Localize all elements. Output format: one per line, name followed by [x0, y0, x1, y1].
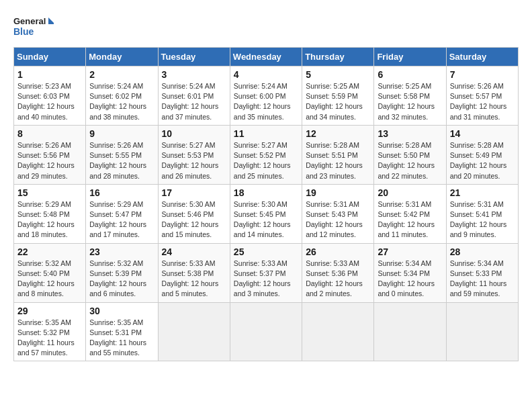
day-info: Sunrise: 5:31 AM Sunset: 5:43 PM Dayligh… — [306, 199, 370, 240]
day-number: 17 — [162, 187, 226, 198]
day-info: Sunrise: 5:35 AM Sunset: 5:32 PM Dayligh… — [17, 318, 82, 359]
calendar-cell: 3Sunrise: 5:24 AM Sunset: 6:01 PM Daylig… — [158, 66, 230, 126]
svg-text:Blue: Blue — [13, 26, 34, 37]
page-header: General Blue — [13, 13, 519, 40]
calendar-cell — [374, 302, 446, 361]
calendar-cell — [446, 302, 518, 361]
day-number: 14 — [450, 128, 515, 139]
day-number: 8 — [17, 128, 82, 139]
calendar-cell: 1Sunrise: 5:23 AM Sunset: 6:03 PM Daylig… — [14, 66, 86, 126]
day-info: Sunrise: 5:27 AM Sunset: 5:52 PM Dayligh… — [234, 140, 298, 181]
calendar-cell: 13Sunrise: 5:28 AM Sunset: 5:50 PM Dayli… — [374, 125, 446, 184]
day-info: Sunrise: 5:32 AM Sunset: 5:40 PM Dayligh… — [17, 259, 82, 300]
calendar-cell: 8Sunrise: 5:26 AM Sunset: 5:56 PM Daylig… — [14, 125, 86, 184]
weekday-header-sunday: Sunday — [14, 48, 86, 66]
calendar-cell: 15Sunrise: 5:29 AM Sunset: 5:48 PM Dayli… — [14, 184, 86, 243]
day-number: 5 — [306, 69, 370, 80]
day-info: Sunrise: 5:35 AM Sunset: 5:31 PM Dayligh… — [89, 318, 154, 359]
day-info: Sunrise: 5:30 AM Sunset: 5:45 PM Dayligh… — [234, 199, 298, 240]
day-number: 9 — [89, 128, 154, 139]
calendar-week-row: 1Sunrise: 5:23 AM Sunset: 6:03 PM Daylig… — [14, 66, 519, 126]
day-number: 21 — [450, 187, 515, 198]
day-number: 28 — [450, 246, 515, 257]
calendar-cell: 12Sunrise: 5:28 AM Sunset: 5:51 PM Dayli… — [302, 125, 374, 184]
day-info: Sunrise: 5:28 AM Sunset: 5:49 PM Dayligh… — [450, 140, 515, 181]
calendar-week-row: 8Sunrise: 5:26 AM Sunset: 5:56 PM Daylig… — [14, 125, 519, 184]
day-info: Sunrise: 5:28 AM Sunset: 5:51 PM Dayligh… — [306, 140, 370, 181]
day-number: 26 — [306, 246, 370, 257]
day-info: Sunrise: 5:23 AM Sunset: 6:03 PM Dayligh… — [17, 81, 82, 122]
logo: General Blue — [13, 13, 54, 40]
day-info: Sunrise: 5:33 AM Sunset: 5:37 PM Dayligh… — [234, 259, 298, 300]
weekday-header-tuesday: Tuesday — [158, 48, 230, 66]
day-number: 24 — [162, 246, 226, 257]
day-info: Sunrise: 5:33 AM Sunset: 5:38 PM Dayligh… — [162, 259, 226, 300]
day-info: Sunrise: 5:34 AM Sunset: 5:33 PM Dayligh… — [450, 259, 515, 300]
day-number: 22 — [17, 246, 82, 257]
day-info: Sunrise: 5:31 AM Sunset: 5:41 PM Dayligh… — [450, 199, 515, 240]
day-number: 25 — [234, 246, 298, 257]
day-number: 23 — [89, 246, 154, 257]
calendar-cell — [158, 302, 230, 361]
weekday-header-thursday: Thursday — [302, 48, 374, 66]
day-info: Sunrise: 5:30 AM Sunset: 5:46 PM Dayligh… — [162, 199, 226, 240]
weekday-header-friday: Friday — [374, 48, 446, 66]
calendar-cell: 30Sunrise: 5:35 AM Sunset: 5:31 PM Dayli… — [86, 302, 158, 361]
day-number: 6 — [378, 69, 442, 80]
calendar-cell: 29Sunrise: 5:35 AM Sunset: 5:32 PM Dayli… — [14, 302, 86, 361]
day-number: 15 — [17, 187, 82, 198]
day-info: Sunrise: 5:34 AM Sunset: 5:34 PM Dayligh… — [378, 259, 442, 300]
day-number: 2 — [89, 69, 154, 80]
day-number: 19 — [306, 187, 370, 198]
day-info: Sunrise: 5:31 AM Sunset: 5:42 PM Dayligh… — [378, 199, 442, 240]
calendar-cell: 9Sunrise: 5:26 AM Sunset: 5:55 PM Daylig… — [86, 125, 158, 184]
day-number: 1 — [17, 69, 82, 80]
day-number: 29 — [17, 306, 82, 316]
day-number: 7 — [450, 69, 515, 80]
weekday-header-row: SundayMondayTuesdayWednesdayThursdayFrid… — [14, 48, 519, 66]
weekday-header-monday: Monday — [86, 48, 158, 66]
calendar-cell: 10Sunrise: 5:27 AM Sunset: 5:53 PM Dayli… — [158, 125, 230, 184]
day-info: Sunrise: 5:27 AM Sunset: 5:53 PM Dayligh… — [162, 140, 226, 181]
calendar-cell: 27Sunrise: 5:34 AM Sunset: 5:34 PM Dayli… — [374, 243, 446, 302]
day-info: Sunrise: 5:24 AM Sunset: 6:00 PM Dayligh… — [234, 81, 298, 122]
day-number: 12 — [306, 128, 370, 139]
calendar-cell: 4Sunrise: 5:24 AM Sunset: 6:00 PM Daylig… — [230, 66, 302, 126]
calendar-cell: 16Sunrise: 5:29 AM Sunset: 5:47 PM Dayli… — [86, 184, 158, 243]
day-info: Sunrise: 5:24 AM Sunset: 6:02 PM Dayligh… — [89, 81, 154, 122]
day-number: 16 — [89, 187, 154, 198]
calendar-cell: 25Sunrise: 5:33 AM Sunset: 5:37 PM Dayli… — [230, 243, 302, 302]
calendar-cell: 18Sunrise: 5:30 AM Sunset: 5:45 PM Dayli… — [230, 184, 302, 243]
calendar-cell: 17Sunrise: 5:30 AM Sunset: 5:46 PM Dayli… — [158, 184, 230, 243]
day-number: 13 — [378, 128, 442, 139]
calendar-cell: 19Sunrise: 5:31 AM Sunset: 5:43 PM Dayli… — [302, 184, 374, 243]
calendar-cell: 11Sunrise: 5:27 AM Sunset: 5:52 PM Dayli… — [230, 125, 302, 184]
calendar-cell: 26Sunrise: 5:33 AM Sunset: 5:36 PM Dayli… — [302, 243, 374, 302]
day-info: Sunrise: 5:29 AM Sunset: 5:48 PM Dayligh… — [17, 199, 82, 240]
day-number: 10 — [162, 128, 226, 139]
day-info: Sunrise: 5:25 AM Sunset: 5:58 PM Dayligh… — [378, 81, 442, 122]
calendar-cell — [302, 302, 374, 361]
day-info: Sunrise: 5:26 AM Sunset: 5:55 PM Dayligh… — [89, 140, 154, 181]
calendar-cell: 24Sunrise: 5:33 AM Sunset: 5:38 PM Dayli… — [158, 243, 230, 302]
calendar-cell: 22Sunrise: 5:32 AM Sunset: 5:40 PM Dayli… — [14, 243, 86, 302]
day-info: Sunrise: 5:28 AM Sunset: 5:50 PM Dayligh… — [378, 140, 442, 181]
day-info: Sunrise: 5:24 AM Sunset: 6:01 PM Dayligh… — [162, 81, 226, 122]
day-number: 11 — [234, 128, 298, 139]
day-number: 4 — [234, 69, 298, 80]
calendar-cell: 20Sunrise: 5:31 AM Sunset: 5:42 PM Dayli… — [374, 184, 446, 243]
calendar-week-row: 22Sunrise: 5:32 AM Sunset: 5:40 PM Dayli… — [14, 243, 519, 302]
weekday-header-saturday: Saturday — [446, 48, 518, 66]
calendar-cell: 23Sunrise: 5:32 AM Sunset: 5:39 PM Dayli… — [86, 243, 158, 302]
day-info: Sunrise: 5:29 AM Sunset: 5:47 PM Dayligh… — [89, 199, 154, 240]
calendar-cell — [230, 302, 302, 361]
calendar-cell: 28Sunrise: 5:34 AM Sunset: 5:33 PM Dayli… — [446, 243, 518, 302]
day-info: Sunrise: 5:32 AM Sunset: 5:39 PM Dayligh… — [89, 259, 154, 300]
day-number: 27 — [378, 246, 442, 257]
weekday-header-wednesday: Wednesday — [230, 48, 302, 66]
calendar-table: SundayMondayTuesdayWednesdayThursdayFrid… — [13, 47, 519, 361]
calendar-cell: 7Sunrise: 5:26 AM Sunset: 5:57 PM Daylig… — [446, 66, 518, 126]
day-info: Sunrise: 5:25 AM Sunset: 5:59 PM Dayligh… — [306, 81, 370, 122]
day-info: Sunrise: 5:33 AM Sunset: 5:36 PM Dayligh… — [306, 259, 370, 300]
calendar-week-row: 15Sunrise: 5:29 AM Sunset: 5:48 PM Dayli… — [14, 184, 519, 243]
